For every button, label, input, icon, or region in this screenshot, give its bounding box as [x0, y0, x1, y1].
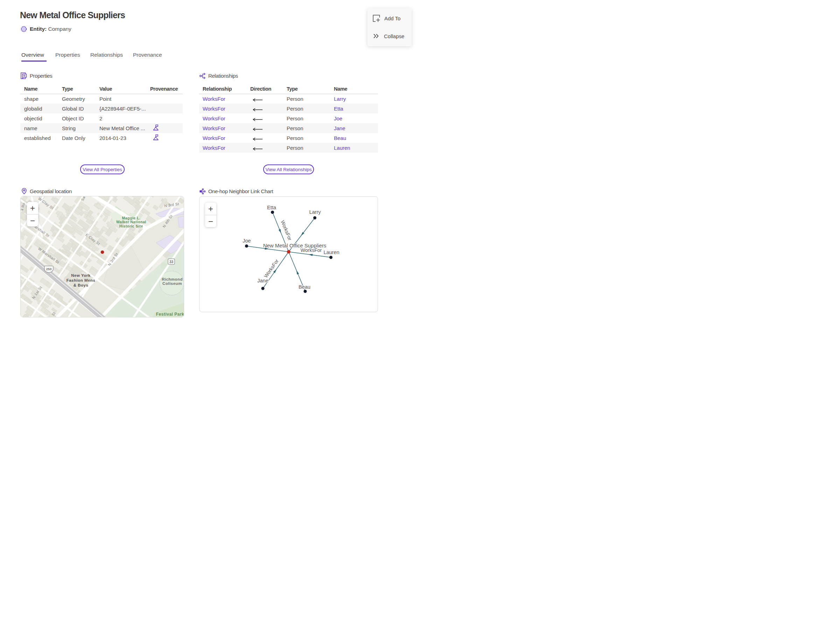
svg-text:Richmond: Richmond: [162, 277, 183, 281]
svg-text:Jane: Jane: [257, 278, 268, 283]
svg-text:33: 33: [169, 260, 173, 264]
svg-text:Maggie L.: Maggie L.: [122, 216, 141, 220]
svg-text:& Boys: & Boys: [73, 283, 89, 287]
svg-text:Etta: Etta: [267, 205, 277, 210]
svg-text:Beau: Beau: [299, 284, 310, 290]
svg-text:Historic Site: Historic Site: [119, 224, 143, 228]
svg-text:Lauren: Lauren: [323, 250, 339, 255]
svg-text:Fashion Mens: Fashion Mens: [67, 278, 95, 282]
svg-text:Walker National: Walker National: [116, 220, 146, 224]
svg-text:New York: New York: [71, 273, 90, 278]
svg-text:Coliseum: Coliseum: [162, 281, 182, 286]
svg-text:WorksFor: WorksFor: [301, 247, 322, 253]
svg-text:Larry: Larry: [309, 209, 321, 215]
svg-text:Joe: Joe: [243, 238, 251, 243]
svg-text:WorksFor: WorksFor: [280, 219, 293, 241]
svg-text:Festival Park: Festival Park: [156, 312, 184, 317]
svg-text:250: 250: [46, 267, 52, 271]
